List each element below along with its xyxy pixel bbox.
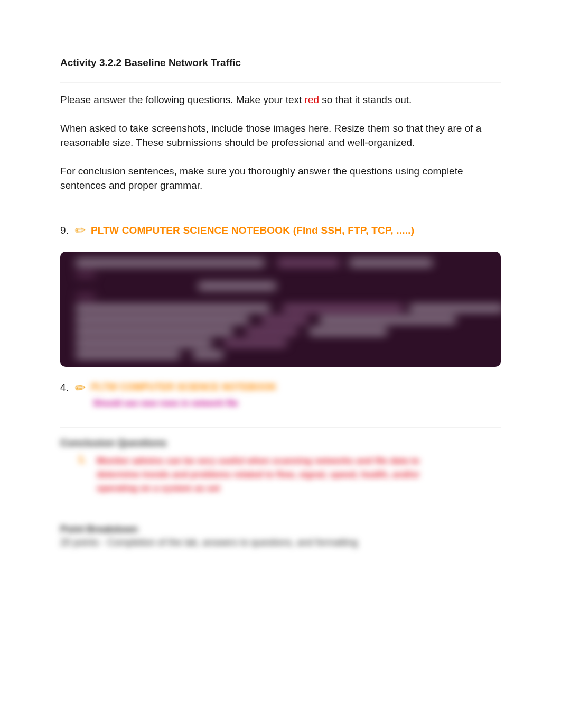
conclusion-heading-blurred: Conclusion Questions [60, 437, 501, 449]
text-span: Please answer the following questions. M… [60, 94, 305, 105]
divider [60, 514, 501, 514]
text-span: so that it stands out. [319, 94, 412, 105]
activity-title: Activity 3.2.2 Baseline Network Traffic [60, 57, 501, 69]
pencil-icon: ✏ [74, 381, 86, 395]
list-number-4: 4. [60, 382, 70, 393]
section-4-subtext-blurred: Should see new rows in network file [93, 399, 501, 408]
list-number-9: 9. [60, 225, 70, 236]
intro-paragraph-1: Please answer the following questions. M… [60, 93, 501, 107]
notebook-heading-4-blurred: PLTW COMPUTER SCIENCE NOTEBOOK [91, 382, 277, 393]
terminal-screenshot [60, 252, 501, 367]
terminal-blur-layer [60, 252, 501, 367]
conclusion-item: 1. Monitor admins can be very useful whe… [78, 454, 501, 496]
conclusion-item-number-blurred: 1. [78, 454, 86, 496]
notebook-heading-9: PLTW COMPUTER SCIENCE NOTEBOOK (Find SSH… [91, 225, 414, 236]
document-page: Activity 3.2.2 Baseline Network Traffic … [0, 0, 561, 728]
conclusion-item-body-blurred: Monitor admins can be very useful when s… [97, 454, 435, 496]
intro-paragraph-2: When asked to take screenshots, include … [60, 121, 501, 150]
section-9-row: 9. ✏ PLTW COMPUTER SCIENCE NOTEBOOK (Fin… [60, 224, 501, 237]
divider [60, 82, 501, 83]
point-breakdown-body-blurred: 20 points - Completion of the lab, answe… [60, 537, 501, 548]
intro-paragraph-3: For conclusion sentences, make sure you … [60, 164, 501, 193]
section-4-row: 4. ✏ PLTW COMPUTER SCIENCE NOTEBOOK [60, 382, 501, 394]
red-word: red [305, 94, 319, 105]
pencil-icon: ✏ [74, 224, 86, 237]
divider [60, 207, 501, 207]
divider [60, 427, 501, 428]
point-breakdown-heading-blurred: Point Breakdown [60, 524, 501, 535]
